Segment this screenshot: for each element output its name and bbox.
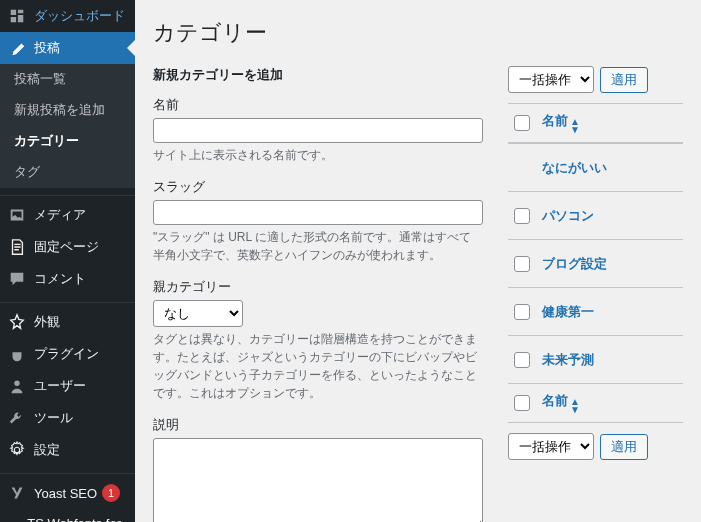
sidebar-posts-label: 投稿 <box>34 39 60 57</box>
cat-link[interactable]: なにがいい <box>542 159 607 177</box>
cat-link[interactable]: 健康第一 <box>542 303 594 321</box>
apply-button-top[interactable]: 適用 <box>600 67 648 93</box>
parent-select[interactable]: なし <box>153 300 243 327</box>
dashboard-icon <box>8 7 26 25</box>
sidebar-appearance-label: 外観 <box>34 313 60 331</box>
sidebar-tools[interactable]: ツール <box>0 402 135 434</box>
sidebar-webfonts-label: TS Webfonts for XSERVER <box>27 516 127 522</box>
bulk-action-select-bottom[interactable]: 一括操作 <box>508 433 594 460</box>
gear-icon <box>8 441 26 459</box>
select-all-bottom[interactable] <box>514 395 530 411</box>
col-name-header[interactable]: 名前▲▼ <box>542 112 580 134</box>
parent-label: 親カテゴリー <box>153 278 483 296</box>
sidebar-appearance[interactable]: 外観 <box>0 306 135 338</box>
table-row: 健康第一 <box>508 287 683 335</box>
sidebar-users[interactable]: ユーザー <box>0 370 135 402</box>
select-all-top[interactable] <box>514 115 530 131</box>
media-icon <box>8 206 26 224</box>
row-checkbox[interactable] <box>514 304 530 320</box>
name-label: 名前 <box>153 96 483 114</box>
sidebar-plugins-label: プラグイン <box>34 345 99 363</box>
cat-link[interactable]: ブログ設定 <box>542 255 607 273</box>
table-footer: 名前▲▼ <box>508 383 683 423</box>
row-checkbox[interactable] <box>514 256 530 272</box>
table-row: ブログ設定 <box>508 239 683 287</box>
sort-icon: ▲▼ <box>570 118 580 134</box>
yoast-icon <box>8 484 26 502</box>
sidebar-posts-submenu: 投稿一覧 新規投稿を追加 カテゴリー タグ <box>0 64 135 188</box>
sidebar-comments-label: コメント <box>34 270 86 288</box>
slug-label: スラッグ <box>153 178 483 196</box>
sidebar-posts-all[interactable]: 投稿一覧 <box>0 64 135 95</box>
yoast-badge: 1 <box>102 484 120 502</box>
slug-help: "スラッグ" は URL に適した形式の名前です。通常はすべて半角小文字で、英数… <box>153 228 483 264</box>
bulk-action-select-top[interactable]: 一括操作 <box>508 66 594 93</box>
sidebar-dashboard[interactable]: ダッシュボード <box>0 0 135 32</box>
sidebar-users-label: ユーザー <box>34 377 86 395</box>
appearance-icon <box>8 313 26 331</box>
sidebar-media[interactable]: メディア <box>0 199 135 231</box>
users-icon <box>8 377 26 395</box>
desc-textarea[interactable] <box>153 438 483 522</box>
table-header: 名前▲▼ <box>508 103 683 143</box>
cat-link[interactable]: 未来予測 <box>542 351 594 369</box>
col-name-footer[interactable]: 名前▲▼ <box>542 392 580 414</box>
sidebar-tools-label: ツール <box>34 409 73 427</box>
sidebar-plugins[interactable]: プラグイン <box>0 338 135 370</box>
pages-icon <box>8 238 26 256</box>
slug-input[interactable] <box>153 200 483 225</box>
add-category-form: 新規カテゴリーを追加 名前 サイト上に表示される名前です。 スラッグ "スラッグ… <box>153 66 483 522</box>
admin-sidebar: ダッシュボード 投稿 投稿一覧 新規投稿を追加 カテゴリー タグ メディア 固定… <box>0 0 135 522</box>
sidebar-posts-categories[interactable]: カテゴリー <box>0 126 135 157</box>
sidebar-posts-tags[interactable]: タグ <box>0 157 135 188</box>
plugins-icon <box>8 345 26 363</box>
apply-button-bottom[interactable]: 適用 <box>600 434 648 460</box>
add-heading: 新規カテゴリーを追加 <box>153 66 483 84</box>
svg-point-0 <box>14 381 19 386</box>
main-content: カテゴリー 新規カテゴリーを追加 名前 サイト上に表示される名前です。 スラッグ… <box>135 0 701 522</box>
sort-icon: ▲▼ <box>570 398 580 414</box>
sidebar-yoast-label: Yoast SEO <box>34 486 97 501</box>
tools-icon <box>8 409 26 427</box>
sidebar-settings[interactable]: 設定 <box>0 434 135 466</box>
comments-icon <box>8 270 26 288</box>
table-row: パソコン <box>508 191 683 239</box>
name-help: サイト上に表示される名前です。 <box>153 146 483 164</box>
sidebar-pages-label: 固定ページ <box>34 238 99 256</box>
sidebar-dashboard-label: ダッシュボード <box>34 7 125 25</box>
name-input[interactable] <box>153 118 483 143</box>
sidebar-media-label: メディア <box>34 206 86 224</box>
sidebar-settings-label: 設定 <box>34 441 60 459</box>
sidebar-webfonts[interactable]: TS Webfonts for XSERVER <box>0 509 135 522</box>
sidebar-posts-new[interactable]: 新規投稿を追加 <box>0 95 135 126</box>
row-checkbox[interactable] <box>514 208 530 224</box>
page-title: カテゴリー <box>153 18 683 48</box>
sidebar-posts[interactable]: 投稿 <box>0 32 135 64</box>
sidebar-pages[interactable]: 固定ページ <box>0 231 135 263</box>
sidebar-yoast[interactable]: Yoast SEO1 <box>0 477 135 509</box>
table-row: なにがいい <box>508 143 683 191</box>
table-row: 未来予測 <box>508 335 683 383</box>
cat-link[interactable]: パソコン <box>542 207 594 225</box>
sidebar-comments[interactable]: コメント <box>0 263 135 295</box>
parent-help: タグとは異なり、カテゴリーは階層構造を持つことができます。たとえば、ジャズという… <box>153 330 483 402</box>
pin-icon <box>8 39 26 57</box>
desc-label: 説明 <box>153 416 483 434</box>
category-list: 一括操作 適用 名前▲▼ なにがいい パソコン ブログ設定 健康第一 未来予測 … <box>508 66 683 522</box>
row-checkbox[interactable] <box>514 352 530 368</box>
